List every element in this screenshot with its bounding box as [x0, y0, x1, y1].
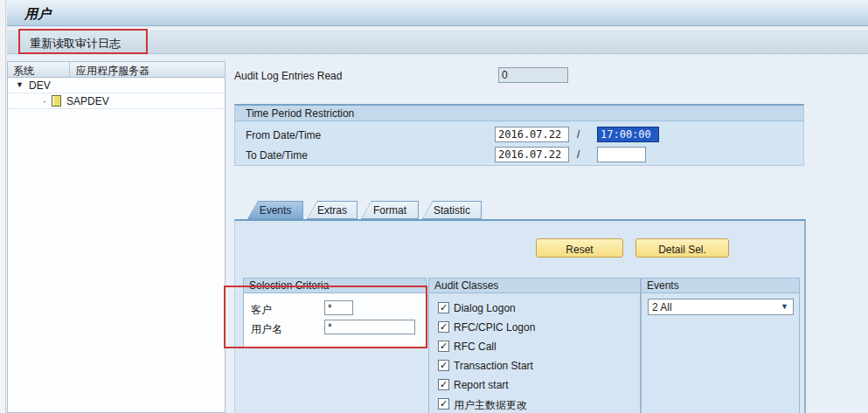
selection-criteria-title: Selection Criteria — [249, 279, 329, 292]
to-separator: / — [577, 148, 580, 161]
tab-statistic[interactable]: Statistic — [422, 201, 482, 219]
tree-col-appserver: 应用程序服务器 — [76, 64, 149, 79]
tab-format[interactable]: Format — [361, 201, 419, 219]
server-icon — [52, 95, 61, 107]
server-tree-panel: 系统 应用程序服务器 ▼ DEV · SAPDEV — [7, 61, 226, 413]
from-datetime-label: From Date/Time — [246, 129, 321, 141]
chevron-down-icon[interactable]: ▼ — [781, 302, 788, 311]
tab-statistic-label[interactable]: Statistic — [423, 202, 481, 218]
checkbox-report-start[interactable]: ✓ — [438, 379, 449, 390]
events-dropdown[interactable]: 2 All ▼ — [648, 299, 794, 315]
audit-classes-title: Audit Classes — [434, 279, 498, 292]
tree-header: 系统 应用程序服务器 — [8, 62, 225, 78]
tab-format-label[interactable]: Format — [362, 202, 418, 218]
checkbox-transaction-start-label: Transaction Start — [454, 360, 533, 372]
checkbox-dialog-logon-label: Dialog Logon — [454, 302, 516, 314]
events-group-header: Events — [642, 279, 799, 293]
selection-criteria-header: Selection Criteria — [244, 279, 426, 293]
from-time-field-selected[interactable]: 17:00:00 — [597, 127, 659, 142]
client-label: 客户 — [251, 303, 272, 318]
tab-extras-label[interactable]: Extras — [308, 202, 357, 218]
tree-node-dev-label[interactable]: DEV — [29, 79, 51, 92]
checkbox-rfc-call-label: RFC Call — [454, 341, 496, 353]
tree-bullet-icon: · — [43, 95, 46, 107]
to-time-field[interactable] — [597, 147, 646, 162]
events-group: Events 2 All ▼ — [641, 278, 800, 413]
checkbox-user-master-change[interactable]: ✓ — [438, 398, 449, 410]
tree-col-divider — [69, 62, 70, 78]
time-period-restriction-title: Time Period Restriction — [246, 107, 354, 120]
entries-read-field: 0 — [498, 67, 568, 83]
sap-window: 用户 重新读取审计日志 系统 应用程序服务器 ▼ DEV · SAPDEV Au… — [0, 0, 868, 413]
checkbox-rfc-cpic-logon-label: RFC/CPIC Logon — [454, 321, 535, 334]
page-title: 用户 — [24, 6, 51, 23]
time-period-restriction-group: Time Period Restriction From Date/Time 2… — [234, 104, 804, 166]
from-separator: / — [577, 128, 580, 141]
checkbox-rfc-call[interactable]: ✓ — [438, 341, 449, 352]
checkbox-rfc-cpic-logon[interactable]: ✓ — [438, 321, 449, 333]
to-datetime-label: To Date/Time — [246, 149, 308, 162]
window-left-margin — [0, 0, 6, 413]
events-group-title: Events — [647, 279, 679, 292]
events-dropdown-value[interactable]: 2 All — [652, 301, 672, 313]
title-bar: 用户 — [7, 2, 868, 26]
time-period-restriction-header: Time Period Restriction — [235, 106, 803, 121]
from-date-field[interactable]: 2016.07.22 — [495, 127, 569, 142]
audit-classes-header: Audit Classes — [429, 279, 640, 293]
client-field[interactable]: * — [324, 300, 353, 315]
checkbox-report-start-label: Report start — [454, 379, 509, 391]
entries-read-label: Audit Log Entries Read — [234, 70, 342, 82]
tree-node-sapdev-label[interactable]: SAPDEV — [66, 95, 109, 107]
to-date-field[interactable]: 2016.07.22 — [495, 147, 569, 162]
tab-extras[interactable]: Extras — [307, 201, 358, 219]
username-field[interactable]: * — [324, 320, 415, 334]
reread-audit-log-button[interactable]: 重新读取审计日志 — [26, 35, 124, 52]
audit-classes-group: Audit Classes ✓ Dialog Logon ✓ RFC/CPIC … — [428, 278, 641, 413]
tree-row-dev[interactable]: ▼ DEV — [8, 78, 225, 93]
checkbox-transaction-start[interactable]: ✓ — [438, 360, 449, 371]
tree-col-system: 系统 — [13, 64, 34, 79]
checkbox-user-master-change-label: 用户主数据更改 — [454, 398, 527, 413]
reset-button[interactable]: Reset — [536, 238, 623, 258]
tab-events[interactable]: Events — [247, 201, 303, 219]
tree-row-sapdev[interactable]: · SAPDEV — [8, 93, 225, 109]
selection-criteria-group: Selection Criteria 客户 * 用户名 * — [243, 278, 427, 348]
expand-triangle-icon[interactable]: ▼ — [16, 80, 24, 89]
detail-sel-button[interactable]: Detail Sel. — [635, 238, 729, 258]
checkbox-dialog-logon[interactable]: ✓ — [438, 302, 449, 313]
application-toolbar: 重新读取审计日志 — [7, 29, 868, 54]
username-label: 用户名 — [251, 322, 282, 337]
